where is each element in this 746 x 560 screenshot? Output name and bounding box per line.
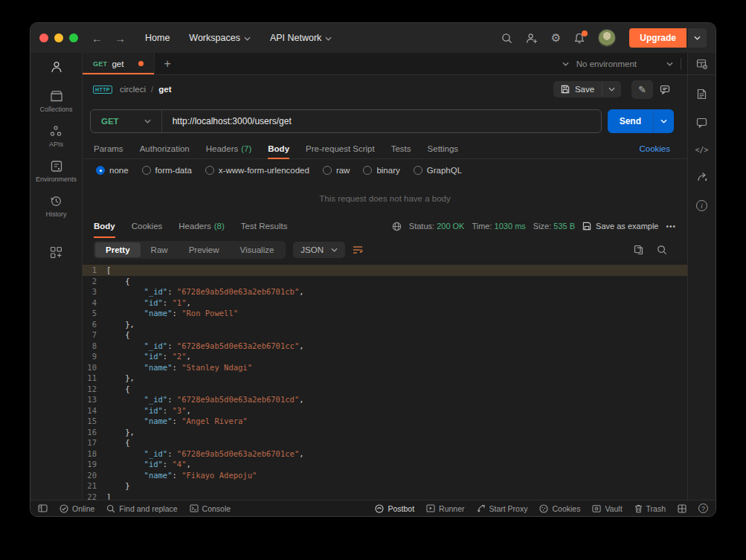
code-line: 15 "name": "Angel Rivera" bbox=[83, 416, 687, 427]
view-mode-visualize[interactable]: Visualize bbox=[230, 242, 285, 257]
home-label: Home bbox=[145, 33, 170, 43]
search-response-icon[interactable] bbox=[657, 245, 667, 255]
tab-pre-request-script[interactable]: Pre-request Script bbox=[306, 138, 375, 158]
radio-label: form-data bbox=[155, 166, 192, 175]
postbot-button[interactable]: Postbot bbox=[375, 504, 414, 513]
toggle-sidebar-icon[interactable] bbox=[38, 504, 48, 512]
radio-binary[interactable]: binary bbox=[363, 166, 399, 175]
comments-icon[interactable] bbox=[696, 118, 707, 128]
api-network-menu[interactable]: API Network bbox=[270, 33, 332, 43]
two-pane-icon[interactable] bbox=[678, 504, 686, 513]
response-tab-cookies[interactable]: Cookies bbox=[132, 215, 163, 237]
sidebar-item-environments[interactable]: Environments bbox=[36, 160, 77, 183]
info-icon[interactable]: i bbox=[696, 200, 707, 211]
start-proxy-label: Start Proxy bbox=[489, 504, 528, 513]
tab-params[interactable]: Params bbox=[94, 138, 123, 158]
user-avatar[interactable] bbox=[598, 29, 616, 47]
console-button[interactable]: Console bbox=[190, 504, 231, 513]
settings-gear-icon[interactable]: ⚙ bbox=[551, 31, 561, 45]
help-icon[interactable]: ? bbox=[698, 503, 708, 513]
comments-icon[interactable] bbox=[653, 81, 677, 98]
tab-label: Body bbox=[268, 144, 289, 153]
upgrade-button[interactable]: Upgrade bbox=[629, 28, 686, 48]
language-dropdown[interactable]: JSON bbox=[293, 242, 345, 258]
find-label: Find and replace bbox=[119, 504, 177, 513]
tab-settings[interactable]: Settings bbox=[428, 138, 459, 158]
response-tab-test-results[interactable]: Test Results bbox=[241, 215, 288, 237]
vault-button[interactable]: Vault bbox=[592, 504, 622, 513]
environment-selector[interactable]: No environment bbox=[576, 59, 673, 68]
close-window-button[interactable] bbox=[39, 33, 48, 42]
edit-pencil-icon[interactable]: ✎ bbox=[631, 80, 653, 99]
view-mode-pretty[interactable]: Pretty bbox=[95, 242, 141, 257]
tab-label: Headers bbox=[206, 144, 238, 153]
save-dropdown-button[interactable] bbox=[602, 82, 621, 97]
code-line: 21 } bbox=[83, 480, 687, 492]
code-snippet-icon[interactable]: </> bbox=[695, 146, 708, 154]
search-icon[interactable] bbox=[501, 33, 512, 44]
radio-x-www-form-urlencoded[interactable]: x-www-form-urlencoded bbox=[205, 166, 309, 175]
tab-body[interactable]: Body bbox=[268, 138, 289, 158]
forward-icon[interactable]: → bbox=[115, 32, 126, 45]
back-icon[interactable]: ← bbox=[91, 32, 103, 45]
save-as-example-button[interactable]: Save as example bbox=[582, 222, 658, 231]
tab-authorization[interactable]: Authorization bbox=[140, 138, 190, 158]
method-selector[interactable]: GET bbox=[91, 110, 162, 132]
network-globe-icon[interactable] bbox=[392, 222, 402, 231]
documentation-icon[interactable] bbox=[697, 88, 707, 100]
tab-list-chevron-icon[interactable] bbox=[562, 62, 569, 66]
radio-graphql[interactable]: GraphQL bbox=[414, 166, 462, 175]
send-button[interactable]: Send bbox=[608, 109, 653, 133]
environment-quick-look-icon[interactable] bbox=[696, 59, 708, 69]
sidebar-item-history[interactable]: History bbox=[45, 195, 66, 218]
wrap-text-icon[interactable] bbox=[353, 245, 364, 254]
find-and-replace[interactable]: Find and replace bbox=[106, 504, 177, 513]
maximize-window-button[interactable] bbox=[69, 33, 78, 42]
breadcrumb-workspace[interactable]: circleci bbox=[120, 85, 146, 94]
sidebar-item-apis[interactable]: APIs bbox=[49, 125, 63, 148]
view-mode-preview[interactable]: Preview bbox=[179, 242, 230, 257]
save-button[interactable]: Save bbox=[553, 81, 621, 97]
workspaces-menu[interactable]: Workspaces bbox=[189, 33, 251, 43]
radio-none[interactable]: none bbox=[96, 166, 129, 175]
profile-icon[interactable] bbox=[50, 60, 63, 74]
sidebar-item-collections[interactable]: Collections bbox=[39, 90, 72, 113]
trash-button[interactable]: Trash bbox=[634, 504, 666, 513]
line-number: 17 bbox=[83, 437, 106, 448]
response-body-json[interactable]: 1[2 {3 "_id": "6728e9ab5d0e63a2eb6701cb"… bbox=[83, 263, 687, 500]
status-meta[interactable]: Status: 200 OK bbox=[409, 222, 465, 231]
configure-workbench-icon[interactable] bbox=[50, 246, 62, 259]
copy-icon[interactable] bbox=[634, 245, 643, 255]
view-mode-raw[interactable]: Raw bbox=[141, 242, 179, 257]
cookies-button[interactable]: Cookies bbox=[539, 504, 580, 513]
tab-tests[interactable]: Tests bbox=[391, 138, 411, 158]
tab-headers[interactable]: Headers(7) bbox=[206, 138, 252, 158]
breadcrumb-request-name[interactable]: get bbox=[158, 85, 171, 94]
online-status[interactable]: Online bbox=[60, 504, 94, 513]
line-number: 13 bbox=[83, 394, 106, 405]
cookies-link[interactable]: Cookies bbox=[639, 144, 670, 153]
time-meta[interactable]: Time: 1030 ms bbox=[472, 222, 525, 231]
tab-label: Body bbox=[94, 222, 115, 231]
new-tab-button[interactable]: + bbox=[155, 53, 179, 74]
line-content: "id": "3", bbox=[106, 405, 191, 416]
response-tab-body[interactable]: Body bbox=[94, 215, 115, 237]
code-line: 18 "_id": "6728e9ab5d0e63a2eb6701ce", bbox=[83, 448, 687, 460]
code-line: 10 "name": "Stanley Ndagi" bbox=[83, 362, 687, 373]
home-menu[interactable]: Home bbox=[145, 33, 170, 43]
start-proxy-button[interactable]: Start Proxy bbox=[477, 504, 528, 513]
url-input[interactable] bbox=[162, 116, 601, 126]
send-dropdown-button[interactable] bbox=[653, 109, 674, 133]
runner-button[interactable]: Runner bbox=[426, 504, 464, 513]
upgrade-dropdown-button[interactable] bbox=[688, 28, 707, 48]
more-actions-icon[interactable]: ••• bbox=[666, 222, 676, 231]
related-requests-icon[interactable] bbox=[697, 172, 707, 182]
minimize-window-button[interactable] bbox=[54, 33, 63, 42]
open-request-tab[interactable]: GET get bbox=[83, 53, 155, 74]
radio-raw[interactable]: raw bbox=[323, 166, 350, 175]
response-tab-headers[interactable]: Headers(8) bbox=[179, 215, 225, 237]
notifications-bell-icon[interactable] bbox=[574, 33, 585, 44]
radio-form-data[interactable]: form-data bbox=[142, 166, 192, 175]
size-meta[interactable]: Size: 535 B bbox=[533, 222, 575, 231]
invite-user-icon[interactable] bbox=[526, 33, 538, 44]
